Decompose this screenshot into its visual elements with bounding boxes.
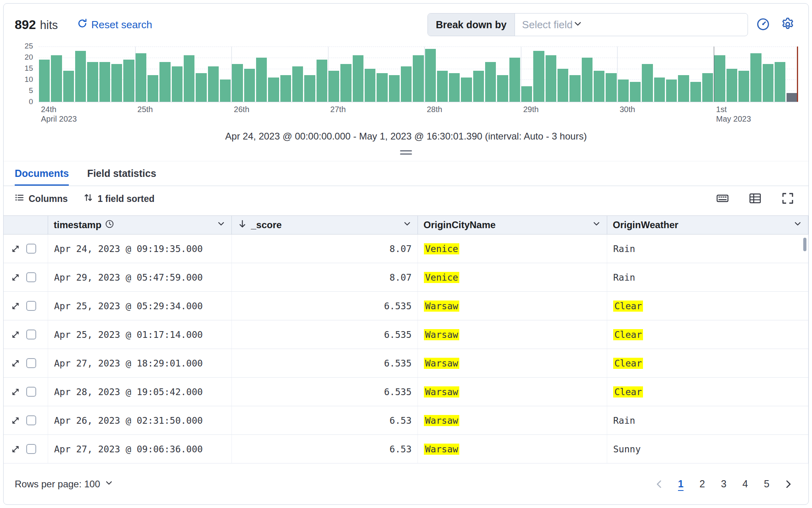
histogram-bar[interactable]	[606, 73, 616, 102]
histogram-bar[interactable]	[292, 66, 303, 102]
row-checkbox[interactable]	[26, 358, 36, 368]
histogram-bar[interactable]	[159, 62, 170, 102]
page-button-1[interactable]: 1	[672, 475, 690, 493]
histogram-bar[interactable]	[51, 55, 62, 102]
histogram-bar[interactable]	[702, 73, 713, 102]
origin-city-cell[interactable]: Venice	[418, 235, 607, 263]
histogram-bar[interactable]	[449, 73, 460, 102]
tab-documents[interactable]: Documents	[15, 168, 69, 186]
histogram-bar[interactable]	[365, 69, 375, 102]
histogram-bar[interactable]	[317, 60, 327, 102]
histogram-bar[interactable]	[389, 75, 400, 102]
origin-city-cell[interactable]: Warsaw	[418, 435, 607, 463]
row-checkbox[interactable]	[26, 244, 36, 254]
origin-weather-cell[interactable]: Rain	[607, 235, 808, 263]
histogram-bar[interactable]	[750, 53, 761, 102]
histogram-bar[interactable]	[738, 71, 749, 102]
histogram-bar[interactable]	[582, 58, 592, 102]
histogram-bar[interactable]	[630, 82, 641, 102]
histogram-bar[interactable]	[196, 73, 206, 102]
histogram-bar[interactable]	[75, 51, 86, 102]
histogram-plot[interactable]	[39, 47, 798, 102]
sort-fields-button[interactable]: 1 field sorted	[84, 193, 154, 205]
histogram-bar[interactable]	[377, 73, 387, 102]
histogram-bar[interactable]	[546, 55, 556, 102]
tab-field-statistics[interactable]: Field statistics	[87, 168, 156, 186]
row-checkbox[interactable]	[26, 444, 36, 454]
page-button-2[interactable]: 2	[693, 475, 711, 493]
origin-city-cell[interactable]: Warsaw	[418, 378, 607, 406]
resize-handle[interactable]	[4, 143, 808, 161]
row-checkbox[interactable]	[26, 301, 36, 311]
histogram-settings-button[interactable]	[778, 15, 797, 34]
row-checkbox[interactable]	[26, 330, 36, 339]
histogram-bar[interactable]	[666, 79, 677, 102]
timestamp-cell[interactable]: Apr 24, 2023 @ 09:19:35.000	[48, 235, 232, 263]
histogram-bar[interactable]	[413, 55, 423, 102]
fullscreen-button[interactable]	[778, 189, 797, 208]
score-cell[interactable]: 6.535	[232, 320, 418, 349]
expand-row-icon[interactable]	[11, 273, 20, 282]
origin-weather-cell[interactable]: Clear	[607, 292, 808, 320]
histogram-bar[interactable]	[569, 75, 580, 102]
histogram-bar[interactable]	[690, 82, 701, 102]
timestamp-cell[interactable]: Apr 27, 2023 @ 18:29:01.000	[48, 349, 232, 377]
histogram-bar[interactable]	[763, 64, 773, 102]
histogram-bar[interactable]	[232, 64, 243, 102]
score-cell[interactable]: 6.53	[232, 435, 418, 463]
chevron-down-icon[interactable]	[216, 219, 226, 231]
chevron-down-icon[interactable]	[793, 219, 802, 231]
expand-row-icon[interactable]	[11, 244, 20, 254]
timestamp-cell[interactable]: Apr 25, 2023 @ 05:29:34.000	[48, 292, 232, 320]
score-cell[interactable]: 6.53	[232, 406, 418, 434]
header-timestamp[interactable]: timestamp	[48, 216, 232, 234]
histogram-bar[interactable]	[558, 69, 568, 102]
histogram-bar[interactable]	[437, 71, 448, 102]
histogram-bar[interactable]	[521, 86, 532, 102]
histogram-bar[interactable]	[714, 55, 725, 102]
origin-city-cell[interactable]: Warsaw	[418, 349, 607, 377]
histogram-bar[interactable]	[244, 69, 255, 102]
histogram-bar[interactable]	[473, 71, 484, 102]
timestamp-cell[interactable]: Apr 28, 2023 @ 19:05:42.000	[48, 378, 232, 406]
page-button-3[interactable]: 3	[715, 475, 733, 493]
histogram-bar[interactable]	[353, 55, 363, 102]
vertical-scrollbar[interactable]	[803, 238, 806, 251]
page-button-4[interactable]: 4	[736, 475, 754, 493]
histogram-bar[interactable]	[401, 66, 412, 102]
keyboard-shortcuts-button[interactable]	[713, 189, 732, 208]
histogram-bar[interactable]	[280, 75, 291, 102]
histogram-bar[interactable]	[787, 93, 797, 102]
chevron-down-icon[interactable]	[402, 219, 412, 231]
previous-page-button[interactable]	[650, 475, 668, 493]
reset-search-button[interactable]: Reset search	[77, 18, 152, 31]
next-page-button[interactable]	[779, 475, 797, 493]
origin-weather-cell[interactable]: Clear	[607, 378, 808, 406]
expand-row-icon[interactable]	[11, 444, 20, 454]
histogram-bar[interactable]	[148, 75, 158, 102]
histogram-bar[interactable]	[220, 79, 231, 102]
display-options-button[interactable]	[746, 189, 765, 208]
histogram-bar[interactable]	[184, 55, 194, 102]
rows-per-page-button[interactable]: Rows per page: 100	[15, 478, 114, 490]
row-checkbox[interactable]	[26, 415, 36, 425]
histogram-bar[interactable]	[172, 66, 183, 102]
expand-row-icon[interactable]	[11, 301, 20, 311]
score-cell[interactable]: 6.535	[232, 292, 418, 320]
histogram-bar[interactable]	[111, 64, 122, 102]
origin-weather-cell[interactable]: Clear	[607, 320, 808, 349]
chevron-down-icon[interactable]	[592, 219, 601, 231]
score-cell[interactable]: 6.535	[232, 378, 418, 406]
expand-row-icon[interactable]	[11, 330, 20, 339]
histogram-bar[interactable]	[328, 71, 339, 102]
histogram-bar[interactable]	[99, 62, 110, 102]
origin-city-cell[interactable]: Warsaw	[418, 320, 607, 349]
expand-row-icon[interactable]	[11, 416, 20, 425]
breakdown-select[interactable]: Select field	[515, 14, 748, 36]
expand-row-icon[interactable]	[11, 387, 20, 397]
columns-button[interactable]: Columns	[15, 193, 68, 205]
histogram-bar[interactable]	[594, 71, 604, 102]
histogram-bar[interactable]	[461, 78, 472, 102]
score-cell[interactable]: 8.07	[232, 235, 418, 263]
histogram-bar[interactable]	[654, 78, 665, 102]
